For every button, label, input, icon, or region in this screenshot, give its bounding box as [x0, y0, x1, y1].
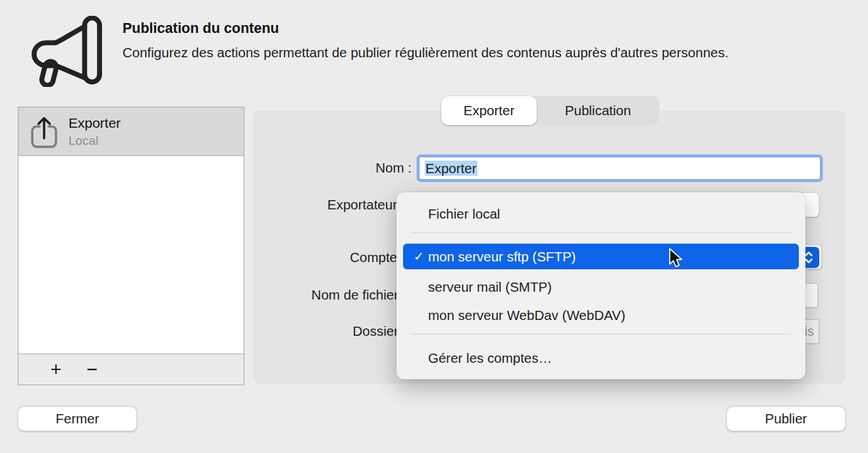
menu-item-webdav[interactable]: mon serveur WebDav (WebDAV) — [403, 302, 799, 329]
menu-item-label: mon serveur sftp (SFTP) — [428, 249, 576, 264]
megaphone-icon — [22, 16, 103, 87]
menu-separator — [411, 232, 791, 233]
name-input[interactable]: Exporter — [419, 157, 821, 180]
menu-item-manage-accounts[interactable]: Gérer les comptes… — [403, 345, 799, 371]
name-label: Nom : — [277, 160, 412, 176]
menu-item-smtp[interactable]: serveur mail (SMTP) — [403, 274, 799, 300]
page-title: Publication du contenu — [122, 20, 279, 37]
menu-item-sftp[interactable]: ✓ mon serveur sftp (SFTP) — [403, 244, 799, 269]
list-footer: + − — [18, 354, 244, 385]
filename-label: Nom de fichier — [277, 287, 398, 303]
add-button[interactable]: + — [41, 354, 70, 385]
exporters-list: Exporter Local + − — [18, 107, 244, 385]
tab-bar: Exporter Publication — [441, 96, 659, 125]
exporter-label: Exportateur — [250, 197, 397, 213]
tab-publication[interactable]: Publication — [537, 96, 659, 125]
menu-item-fichier-local[interactable]: Fichier local — [403, 201, 799, 227]
name-input-selected-text: Exporter — [425, 161, 477, 176]
share-icon — [29, 115, 62, 149]
tab-exporter[interactable]: Exporter — [441, 96, 537, 125]
list-item-title: Exporter — [68, 115, 121, 131]
menu-separator — [411, 334, 791, 334]
page-description: Configurez des actions permettant de pub… — [122, 42, 784, 63]
account-dropdown-menu: Fichier local ✓ mon serveur sftp (SFTP) … — [396, 192, 805, 379]
mouse-cursor — [666, 248, 684, 269]
remove-button[interactable]: − — [78, 354, 107, 385]
check-icon: ✓ — [410, 244, 428, 269]
account-label: Compte — [277, 250, 397, 265]
close-button[interactable]: Fermer — [18, 406, 137, 431]
list-item-exporter[interactable]: Exporter Local — [18, 107, 244, 156]
list-item-subtitle: Local — [68, 134, 98, 148]
folder-label: Dossier — [277, 323, 398, 339]
publish-button[interactable]: Publier — [726, 406, 846, 431]
